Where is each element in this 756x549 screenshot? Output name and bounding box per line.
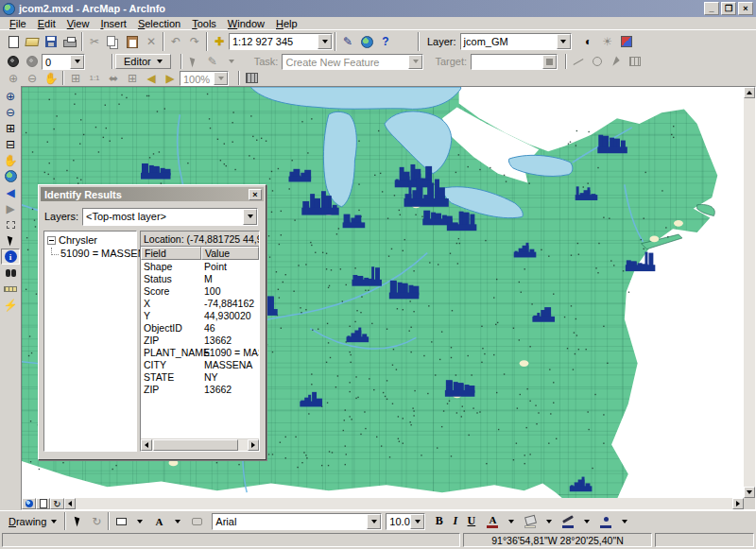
full-extent-button[interactable]: [1, 168, 20, 184]
menu-item[interactable]: Window: [222, 17, 270, 30]
trace-button[interactable]: [607, 54, 626, 69]
tree-root[interactable]: Chrysler: [47, 233, 136, 247]
hyperlink-button[interactable]: ⚡: [1, 297, 20, 313]
identify-scroll-left[interactable]: [141, 439, 152, 451]
brightness-button[interactable]: ☀: [598, 33, 617, 50]
page-zoom-dropdown-button[interactable]: [214, 72, 228, 85]
zoom-page-width-button[interactable]: ⬌: [104, 71, 123, 86]
table-row[interactable]: Score 100: [141, 285, 259, 298]
tree-collapse-icon[interactable]: [47, 236, 56, 245]
add-data-button[interactable]: ✚: [210, 33, 229, 50]
open-button[interactable]: [23, 33, 42, 50]
underline-button[interactable]: U: [463, 513, 479, 529]
attributes-button[interactable]: [626, 54, 644, 69]
fixed-zoom-in-button[interactable]: ⊞: [1, 120, 20, 136]
table-row[interactable]: ZIP 13662: [141, 335, 259, 347]
scroll-up-button[interactable]: [744, 87, 755, 98]
fixed-zoom-page-button[interactable]: ⊞: [123, 71, 142, 86]
identify-title-bar[interactable]: Identify Results ×: [41, 187, 264, 201]
spatial-adjust-button[interactable]: [4, 54, 23, 69]
menu-item[interactable]: Selection: [132, 17, 186, 30]
task-dropdown-button[interactable]: [408, 55, 422, 69]
create-arc-button[interactable]: [588, 54, 607, 69]
find-route-button[interactable]: [242, 71, 261, 86]
next-extent-button[interactable]: ▶: [1, 200, 20, 216]
callout-tool-button[interactable]: [187, 513, 206, 530]
value-column-header[interactable]: Value: [201, 247, 259, 260]
editor-menu-button[interactable]: Editor: [115, 54, 171, 69]
vertical-scrollbar[interactable]: [744, 87, 755, 498]
marker-color-button[interactable]: [596, 513, 615, 530]
previous-extent-button[interactable]: ◀: [1, 184, 20, 200]
layer-combo[interactable]: jcom_GM: [460, 33, 572, 50]
identify-button[interactable]: i: [1, 249, 20, 265]
edit-tool-button[interactable]: [184, 54, 203, 69]
layer-dropdown-button[interactable]: [557, 34, 571, 49]
whats-this-button[interactable]: ?: [376, 33, 395, 50]
identify-layers-combo[interactable]: <Top-most layer>: [82, 208, 258, 226]
zoom-whole-page-button[interactable]: ⊞: [66, 71, 85, 86]
select-features-button[interactable]: [1, 216, 20, 232]
scroll-right-button[interactable]: [732, 498, 744, 509]
font-size-combo[interactable]: 10.0: [386, 513, 425, 530]
select-elements-tool-button[interactable]: [68, 513, 87, 530]
layout-view-button[interactable]: [36, 498, 50, 509]
print-button[interactable]: [60, 33, 79, 50]
delete-button[interactable]: ✕: [142, 33, 161, 50]
page-zoom-combo[interactable]: 100%: [180, 71, 229, 86]
zoom-100-button[interactable]: 1:1: [85, 71, 104, 86]
fill-color-dropdown[interactable]: [540, 513, 558, 530]
copy-button[interactable]: [104, 33, 123, 50]
field-column-header[interactable]: Field: [141, 247, 201, 260]
bold-button[interactable]: B: [431, 513, 447, 529]
shape-tool-dropdown[interactable]: [130, 513, 149, 530]
text-tool-dropdown[interactable]: [168, 513, 187, 530]
effects-swatch-button[interactable]: [617, 33, 636, 50]
table-row[interactable]: Status M: [141, 273, 259, 285]
tree-child[interactable]: 51090 = MASSENA: [47, 247, 136, 260]
shape-tool-button[interactable]: [112, 513, 130, 530]
menu-item[interactable]: Insert: [94, 17, 132, 30]
spatial-adjust2-button[interactable]: [23, 54, 42, 69]
table-row[interactable]: STATE NY: [141, 371, 259, 384]
fixed-zoom-out-button[interactable]: ⊟: [1, 136, 20, 152]
redo-button[interactable]: ↷: [185, 33, 204, 50]
line-color-button[interactable]: [558, 513, 577, 530]
refresh-view-button[interactable]: ↻: [50, 498, 64, 509]
map-scale-dropdown-button[interactable]: [318, 34, 332, 49]
next-extent-page-button[interactable]: ▶: [161, 71, 180, 86]
pan-button[interactable]: ✋: [1, 152, 20, 168]
table-row[interactable]: ObjectID 46: [141, 322, 259, 335]
contrast-button[interactable]: ◐: [579, 33, 598, 50]
menu-item[interactable]: File: [4, 17, 32, 30]
select-elements-button[interactable]: [1, 232, 20, 249]
fill-color-button[interactable]: [521, 513, 540, 530]
measure-button[interactable]: [1, 281, 20, 297]
undo-button[interactable]: ↶: [166, 33, 185, 50]
line-color-dropdown[interactable]: [577, 513, 596, 530]
create-line-button[interactable]: [569, 54, 588, 69]
task-combo[interactable]: Create New Feature: [282, 54, 423, 70]
font-color-button[interactable]: A: [483, 513, 502, 530]
menu-item[interactable]: Help: [270, 17, 303, 30]
table-row[interactable]: Shape Point: [141, 261, 259, 273]
minimize-button[interactable]: _: [704, 2, 719, 15]
font-combo[interactable]: Arial: [212, 513, 382, 530]
sketch-tool-dropdown[interactable]: [222, 54, 241, 69]
font-dropdown-button[interactable]: [367, 514, 381, 529]
counter-combo[interactable]: 0: [42, 54, 85, 70]
paste-button[interactable]: [123, 33, 142, 50]
page-pan-button[interactable]: ✋: [42, 71, 60, 86]
identify-layers-dropdown-button[interactable]: [243, 209, 257, 225]
zoom-in-button[interactable]: ⊕: [1, 88, 20, 104]
identify-hscrollbar[interactable]: [141, 438, 259, 451]
scroll-left-button[interactable]: [64, 498, 76, 509]
restore-button[interactable]: ❒: [721, 2, 736, 15]
new-map-button[interactable]: [4, 33, 23, 50]
map-scale-combo[interactable]: 1:12 927 345: [229, 33, 333, 50]
menu-item[interactable]: Tools: [186, 17, 222, 30]
page-zoom-out-button[interactable]: ⊖: [23, 71, 42, 86]
italic-button[interactable]: I: [447, 513, 463, 529]
marker-color-dropdown[interactable]: [615, 513, 634, 530]
identify-scroll-thumb[interactable]: [153, 439, 238, 451]
